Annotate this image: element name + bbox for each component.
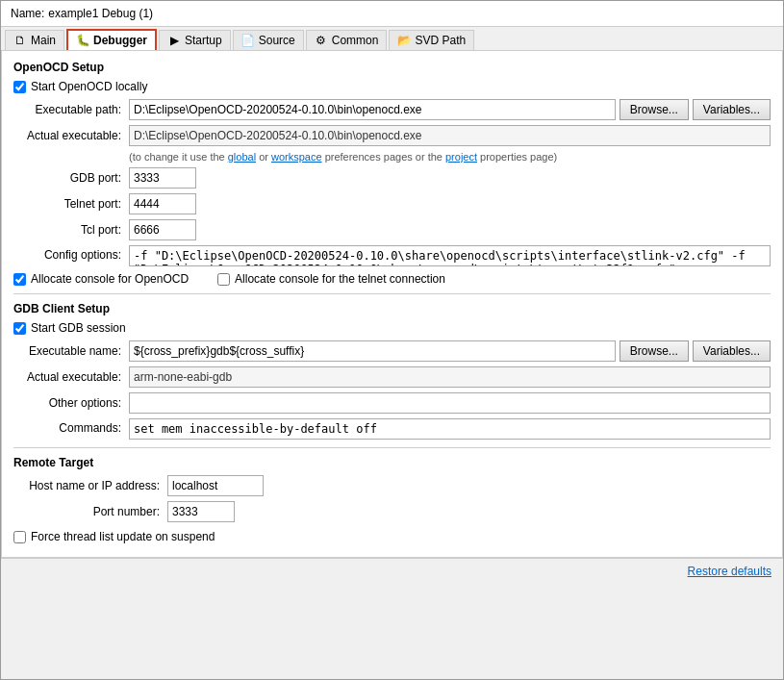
host-label: Host name or IP address: [13,479,167,492]
main-window: Name: example1 Debug (1) 🗋 Main 🐛 Debugg… [0,0,784,680]
section-divider [13,293,771,294]
tab-source-label: Source [259,34,295,47]
commands-row: Commands: set mem inaccessible-by-defaul… [13,418,771,440]
force-thread-checkbox[interactable] [13,531,26,543]
tab-source[interactable]: 📄 Source [233,30,304,50]
force-thread-row: Force thread list update on suspend [13,530,771,543]
tcl-port-input[interactable] [129,219,196,240]
executable-path-label: Executable path: [13,103,129,116]
commands-textarea[interactable]: set mem inaccessible-by-default off [129,418,771,440]
help-text-row: (to change it use the global or workspac… [129,151,771,163]
config-options-label: Config options: [13,245,129,262]
tab-svdpath-label: SVD Path [415,34,466,47]
allocate-telnet-checkbox[interactable] [217,273,230,286]
gdb-port-label: GDB port: [13,171,129,185]
other-options-label: Other options: [13,396,129,410]
tab-svdpath[interactable]: 📂 SVD Path [389,30,474,50]
section-divider-2 [13,447,771,448]
global-link[interactable]: global [228,151,256,163]
start-locally-row: Start OpenOCD locally [13,80,771,93]
force-thread-label: Force thread list update on suspend [31,530,215,543]
start-locally-label: Start OpenOCD locally [31,80,147,93]
tab-startup-label: Startup [185,34,222,47]
exec-name-input[interactable] [129,340,616,362]
bottom-bar: Restore defaults [1,558,783,584]
tab-main[interactable]: 🗋 Main [5,30,64,50]
allocate-telnet-item: Allocate console for the telnet connecti… [217,272,445,286]
help-middle: preferences pages or the [322,151,445,163]
remote-section-title: Remote Target [13,456,771,469]
project-link[interactable]: project [445,151,477,163]
executable-path-controls: Browse... Variables... [129,99,771,120]
config-name: example1 Debug (1) [48,7,153,20]
gdb-port-input[interactable] [129,167,196,189]
actual-executable-row: Actual executable: [13,125,771,146]
tab-startup[interactable]: ▶ Startup [159,30,231,50]
host-row: Host name or IP address: [13,475,771,496]
workspace-link[interactable]: workspace [271,151,322,163]
commands-label: Commands: [13,418,129,435]
tab-bar: 🗋 Main 🐛 Debugger ▶ Startup 📄 Source ⚙ C… [1,27,783,51]
gdb-port-row: GDB port: [13,167,771,189]
start-session-row: Start GDB session [13,321,771,335]
telnet-port-row: Telnet port: [13,193,771,214]
common-icon: ⚙ [315,34,328,47]
exec-name-row: Executable name: Browse... Variables... [13,340,771,362]
tab-main-label: Main [31,34,56,47]
tab-content: OpenOCD Setup Start OpenOCD locally Exec… [1,51,783,558]
telnet-port-label: Telnet port: [13,197,129,211]
help-or: or [256,151,271,163]
gdb-actual-exec-input [129,366,771,388]
allocate-telnet-label: Allocate console for the telnet connecti… [235,272,445,286]
telnet-port-input[interactable] [129,193,196,214]
other-options-row: Other options: [13,392,771,414]
help-suffix: properties page) [477,151,557,163]
tcl-port-row: Tcl port: [13,219,771,240]
allocate-console-label: Allocate console for OpenOCD [31,272,189,286]
tcl-port-label: Tcl port: [13,223,129,237]
remote-port-input[interactable] [167,501,235,522]
gdb-section-title: GDB Client Setup [13,302,771,315]
start-locally-checkbox[interactable] [13,81,26,93]
allocate-console-item: Allocate console for OpenOCD [13,272,189,286]
start-session-checkbox[interactable] [13,322,26,335]
exec-name-variables-button[interactable]: Variables... [693,340,771,362]
config-options-textarea[interactable]: -f "D:\Eclipse\OpenOCD-20200524-0.10.0\s… [129,245,771,266]
actual-executable-input [129,125,771,146]
other-options-input[interactable] [129,392,771,414]
bug-icon: 🐛 [76,34,89,47]
source-icon: 📄 [241,34,255,47]
help-prefix: (to change it use the [129,151,228,163]
tab-common[interactable]: ⚙ Common [306,30,388,50]
host-input[interactable] [167,475,264,496]
allocate-row: Allocate console for OpenOCD Allocate co… [13,272,771,286]
executable-path-variables-button[interactable]: Variables... [693,99,771,120]
title-bar: Name: example1 Debug (1) [1,1,783,27]
startup-icon: ▶ [167,34,181,47]
openocd-section-title: OpenOCD Setup [13,61,771,74]
exec-name-browse-button[interactable]: Browse... [620,340,689,362]
page-icon: 🗋 [13,34,27,47]
remote-port-row: Port number: [13,501,771,522]
restore-defaults-link[interactable]: Restore defaults [688,565,771,578]
start-session-label: Start GDB session [31,321,126,335]
allocate-console-checkbox[interactable] [13,273,26,286]
tab-debugger[interactable]: 🐛 Debugger [66,29,157,50]
name-label: Name: [11,7,44,20]
exec-name-label: Executable name: [13,344,129,358]
executable-path-input[interactable] [129,99,616,120]
executable-path-browse-button[interactable]: Browse... [620,99,689,120]
exec-name-controls: Browse... Variables... [129,340,771,362]
gdb-actual-exec-label: Actual executable: [13,370,129,384]
executable-path-row: Executable path: Browse... Variables... [13,99,771,120]
config-options-row: Config options: -f "D:\Eclipse\OpenOCD-2… [13,245,771,266]
actual-executable-label: Actual executable: [13,129,129,142]
remote-port-label: Port number: [13,505,167,518]
tab-debugger-label: Debugger [93,34,147,47]
tab-common-label: Common [332,34,379,47]
svdpath-icon: 📂 [397,34,411,47]
gdb-actual-exec-row: Actual executable: [13,366,771,388]
